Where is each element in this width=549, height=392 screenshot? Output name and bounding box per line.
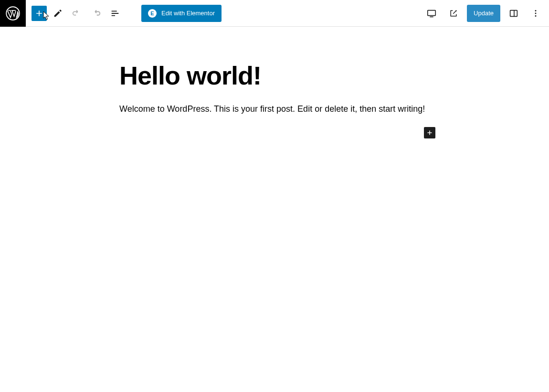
toolbar-left-group: E Edit with Elementor	[26, 5, 222, 22]
external-link-icon	[449, 9, 458, 18]
undo-button[interactable]	[69, 5, 85, 21]
view-post-button[interactable]	[445, 5, 462, 22]
tools-button[interactable]	[50, 5, 66, 21]
wordpress-logo-button[interactable]	[0, 0, 26, 27]
editor-toolbar: E Edit with Elementor Update	[0, 0, 549, 27]
settings-button[interactable]	[505, 5, 522, 22]
wordpress-icon	[6, 6, 20, 21]
add-block-button[interactable]	[32, 6, 47, 21]
more-vertical-icon	[530, 8, 541, 19]
update-label: Update	[474, 10, 494, 17]
redo-button[interactable]	[88, 5, 104, 21]
svg-point-4	[535, 10, 537, 11]
svg-point-6	[535, 15, 537, 17]
elementor-label: Edit with Elementor	[161, 10, 215, 17]
undo-icon	[72, 8, 82, 19]
document-overview-button[interactable]	[107, 5, 123, 21]
view-button[interactable]	[423, 5, 440, 22]
update-button[interactable]: Update	[467, 5, 500, 22]
svg-point-5	[535, 12, 537, 14]
sidebar-icon	[508, 8, 519, 19]
plus-icon	[425, 128, 434, 137]
svg-rect-2	[510, 10, 517, 16]
pencil-icon	[53, 8, 63, 19]
post-paragraph[interactable]: Welcome to WordPress. This is your first…	[119, 103, 430, 116]
edit-with-elementor-button[interactable]: E Edit with Elementor	[141, 5, 222, 22]
elementor-icon: E	[148, 9, 157, 18]
content-inner: Hello world! Welcome to WordPress. This …	[119, 60, 430, 116]
svg-rect-1	[428, 10, 436, 15]
add-block-inline-button[interactable]	[424, 127, 435, 138]
list-icon	[110, 8, 120, 19]
options-button[interactable]	[527, 5, 544, 22]
editor-content: Hello world! Welcome to WordPress. This …	[0, 27, 549, 116]
plus-icon	[34, 9, 44, 18]
desktop-icon	[426, 8, 437, 19]
toolbar-right-group: Update	[423, 5, 549, 22]
redo-icon	[91, 8, 101, 19]
post-title[interactable]: Hello world!	[119, 60, 430, 91]
